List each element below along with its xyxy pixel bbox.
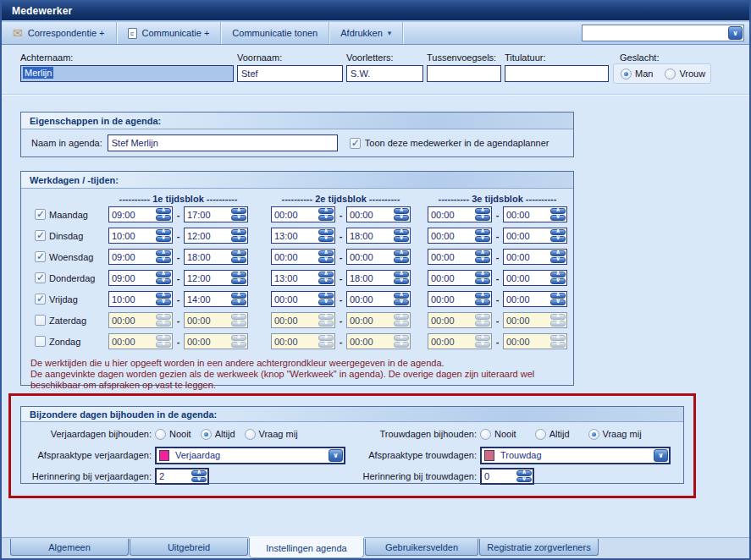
weddings-option-nooit[interactable]: Nooit [480,429,516,440]
time-spinner[interactable] [549,250,566,264]
spin-down-icon[interactable] [318,215,334,221]
time-input[interactable]: 12:00 [184,228,248,244]
communication-button[interactable]: c Communicatie + [117,22,222,44]
time-spinner[interactable] [474,313,491,327]
spin-down-icon[interactable] [394,257,409,263]
spin-down-icon[interactable] [231,299,246,305]
time-input[interactable]: 18:00 [346,228,411,244]
time-input[interactable]: 10:00 [108,228,173,244]
day-checkbox[interactable] [35,251,46,262]
gender-option-man[interactable]: Man [621,69,653,80]
time-spinner[interactable] [318,313,334,327]
spin-down-icon[interactable] [394,278,409,284]
time-input[interactable]: 00:00 [428,249,492,265]
time-spinner[interactable] [393,292,410,306]
spin-down-icon[interactable] [475,215,490,221]
spin-down-icon[interactable] [231,215,246,221]
spin-down-icon[interactable] [550,215,566,221]
spin-down-icon[interactable] [156,321,171,327]
time-input[interactable]: 09:00 [108,206,173,222]
time-spinner[interactable] [393,334,410,349]
spin-down-icon[interactable] [156,215,171,221]
spin-down-icon[interactable] [156,278,171,284]
time-input[interactable]: 14:00 [184,291,248,307]
spin-down-icon[interactable] [231,321,246,327]
tab-uitgebreid[interactable]: Uitgebreid [130,539,248,556]
spin-down-icon[interactable] [318,236,334,242]
time-spinner[interactable] [393,271,410,285]
time-input[interactable]: 00:00 [428,206,492,222]
spin-down-icon[interactable] [475,278,490,284]
time-spinner[interactable] [393,313,410,327]
time-spinner[interactable] [549,334,566,349]
tab-gebruikersvelden[interactable]: Gebruikersvelden [365,539,478,556]
spin-down-icon[interactable] [318,278,334,284]
time-spinner[interactable] [318,250,334,264]
birthday-reminder-spinner[interactable]: 2 [155,468,209,485]
spin-down-icon[interactable] [156,299,171,305]
time-input[interactable]: 00:00 [271,291,335,307]
time-input[interactable]: 13:00 [271,228,335,244]
time-spinner[interactable] [474,292,491,306]
spin-down-icon[interactable] [156,257,171,263]
time-input[interactable]: 00:00 [271,249,335,265]
time-input[interactable]: 00:00 [503,312,567,328]
time-input[interactable]: 00:00 [503,206,567,222]
show-communication-button[interactable]: Communicatie tonen [221,22,329,44]
birthdays-option-vraag-mij[interactable]: Vraag mij [245,429,298,440]
spin-down-icon[interactable] [156,342,171,348]
spin-down-icon[interactable] [550,236,566,242]
radio-vraag-mij[interactable] [245,429,256,440]
time-input[interactable]: 17:00 [184,206,248,222]
time-spinner[interactable] [155,207,172,222]
chevron-down-icon[interactable]: ∨ [654,449,668,462]
spin-down-icon[interactable] [550,342,566,348]
time-input[interactable]: 00:00 [346,249,411,265]
time-spinner[interactable] [474,334,491,349]
time-spinner[interactable] [155,334,172,349]
time-input[interactable]: 00:00 [108,333,173,349]
time-spinner[interactable] [318,207,334,222]
spin-down-icon[interactable] [156,236,171,242]
tab-algemeen[interactable]: Algemeen [10,539,129,556]
spin-down-icon[interactable] [394,321,409,327]
time-input[interactable]: 00:00 [503,228,567,244]
spin-down-icon[interactable] [318,299,334,305]
time-input[interactable]: 00:00 [346,312,411,328]
day-checkbox[interactable] [35,336,46,347]
time-spinner[interactable] [393,228,410,243]
time-spinner[interactable] [230,250,247,264]
time-spinner[interactable] [549,313,566,327]
gender-option-vrouw[interactable]: Vrouw [665,69,705,80]
day-checkbox[interactable] [35,272,46,283]
show-in-planner-checkbox[interactable] [350,138,361,149]
day-checkbox[interactable] [35,209,46,220]
time-spinner[interactable] [318,271,334,285]
time-spinner[interactable] [155,313,172,327]
time-spinner[interactable] [155,271,172,285]
spin-down-icon[interactable] [550,257,566,263]
time-spinner[interactable] [230,271,247,285]
time-spinner[interactable] [474,207,491,222]
search-combobox[interactable]: ∨ [582,25,744,41]
time-input[interactable]: 12:00 [184,270,248,286]
time-spinner[interactable] [230,207,247,222]
radio-altijd[interactable] [535,429,546,440]
time-spinner[interactable] [474,228,491,243]
time-spinner[interactable] [318,228,334,243]
birthdays-option-nooit[interactable]: Nooit [155,429,191,440]
spin-down-icon[interactable] [475,321,490,327]
time-input[interactable]: 00:00 [271,333,335,349]
time-input[interactable]: 10:00 [108,291,173,307]
agenda-name-field[interactable]: Stef Merlijn [108,135,338,151]
spin-down-icon[interactable] [231,342,246,348]
tab-registratie-zorgverleners[interactable]: Registratie zorgverleners [479,539,599,556]
spin-down-icon[interactable] [394,215,409,221]
number-spinner[interactable] [191,469,207,483]
day-checkbox[interactable] [35,315,46,326]
time-spinner[interactable] [230,292,247,306]
spin-down-icon[interactable] [475,257,490,263]
time-spinner[interactable] [155,292,172,306]
time-spinner[interactable] [549,271,566,285]
tab-instellingen-agenda[interactable]: Instellingen agenda [249,538,364,558]
